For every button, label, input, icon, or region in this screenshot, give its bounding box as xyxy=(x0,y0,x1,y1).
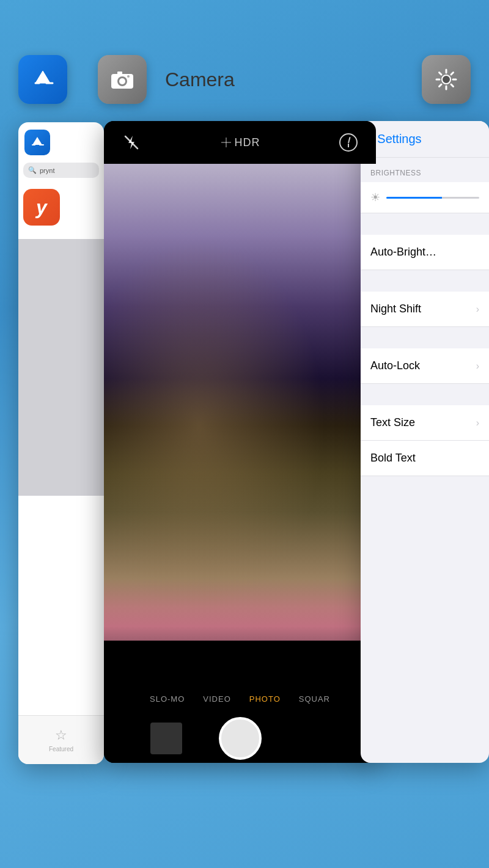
settings-row-text-size[interactable]: Text Size › xyxy=(361,405,489,441)
settings-app-icon[interactable] xyxy=(422,55,471,104)
svg-line-12 xyxy=(451,73,454,75)
night-shift-chevron-icon: › xyxy=(476,304,479,315)
text-size-label: Text Size xyxy=(370,416,415,429)
mode-square[interactable]: SQUAR xyxy=(299,694,330,704)
pryngt-app-icon[interactable]: y xyxy=(23,189,60,226)
camera-blur xyxy=(104,164,376,641)
camera-card: HDR SLO-MO VIDEO PHOTO SQUAR xyxy=(104,121,376,763)
svg-point-5 xyxy=(442,75,450,84)
brightness-section-header: BRIGHTNESS xyxy=(361,158,489,182)
search-bar[interactable]: 🔍 prynt xyxy=(23,163,99,178)
settings-divider-2 xyxy=(361,270,489,292)
app-store-app-icon[interactable] xyxy=(18,55,67,104)
brightness-slider-row[interactable]: ☀ xyxy=(361,182,489,213)
svg-rect-3 xyxy=(117,72,122,75)
flash-icon[interactable] xyxy=(122,133,141,152)
camera-thumbnail[interactable] xyxy=(150,723,182,754)
featured-tab-label[interactable]: Featured xyxy=(49,746,73,752)
night-shift-label: Night Shift xyxy=(370,303,421,315)
search-text: prynt xyxy=(40,167,54,174)
mode-slo-mo[interactable]: SLO-MO xyxy=(150,694,185,704)
app-store-card: 🔍 prynt y ☆ Featured xyxy=(18,122,104,764)
camera-mode-bar: SLO-MO VIDEO PHOTO SQUAR xyxy=(104,683,376,714)
brightness-sun-icon: ☀ xyxy=(370,191,380,204)
hdr-button[interactable]: HDR xyxy=(220,136,260,149)
pryngt-letter: y xyxy=(36,196,47,219)
settings-row-auto-lock[interactable]: Auto-Lock › xyxy=(361,348,489,384)
svg-point-4 xyxy=(127,75,130,78)
app-screenshot xyxy=(18,239,104,496)
svg-point-2 xyxy=(119,78,125,84)
settings-row-bold-text[interactable]: Bold Text xyxy=(361,441,489,476)
camera-app-label: Camera xyxy=(165,68,235,91)
settings-divider-4 xyxy=(361,384,489,405)
search-icon: 🔍 xyxy=(28,166,37,174)
timer-icon[interactable] xyxy=(339,133,358,152)
auto-brightness-label: Auto-Bright… xyxy=(370,246,436,259)
camera-viewfinder xyxy=(104,164,376,641)
auto-lock-chevron-icon: › xyxy=(476,361,479,372)
settings-back-label: Settings xyxy=(377,132,421,146)
mode-video[interactable]: VIDEO xyxy=(203,694,230,704)
svg-line-13 xyxy=(439,84,442,87)
settings-row-auto-brightness[interactable]: Auto-Bright… xyxy=(361,235,489,270)
shutter-button[interactable] xyxy=(219,717,262,760)
camera-app-icon[interactable] xyxy=(98,55,147,104)
app-store-tab-bar: ☆ Featured xyxy=(18,715,104,764)
camera-toolbar: HDR xyxy=(104,121,376,164)
app-store-header-icon xyxy=(24,130,50,155)
mode-photo[interactable]: PHOTO xyxy=(249,694,281,704)
svg-line-10 xyxy=(439,73,442,75)
settings-back-button[interactable]: ‹ Settings xyxy=(361,121,489,158)
brightness-slider[interactable] xyxy=(386,197,479,199)
svg-line-11 xyxy=(451,84,454,87)
camera-bottom-controls xyxy=(104,714,376,763)
settings-panel: ‹ Settings BRIGHTNESS ☀ Auto-Bright… Nig… xyxy=(361,121,489,763)
settings-divider-3 xyxy=(361,327,489,348)
hdr-label: HDR xyxy=(235,136,260,149)
app-icon-row: y xyxy=(18,184,104,235)
auto-lock-label: Auto-Lock xyxy=(370,359,420,372)
text-size-chevron-icon: › xyxy=(476,417,479,428)
app-store-header xyxy=(18,122,104,163)
settings-row-night-shift[interactable]: Night Shift › xyxy=(361,292,489,327)
featured-tab-icon: ☆ xyxy=(55,727,67,743)
settings-divider-1 xyxy=(361,213,489,235)
bold-text-label: Bold Text xyxy=(370,452,416,465)
top-icons-row: Camera xyxy=(0,55,489,104)
